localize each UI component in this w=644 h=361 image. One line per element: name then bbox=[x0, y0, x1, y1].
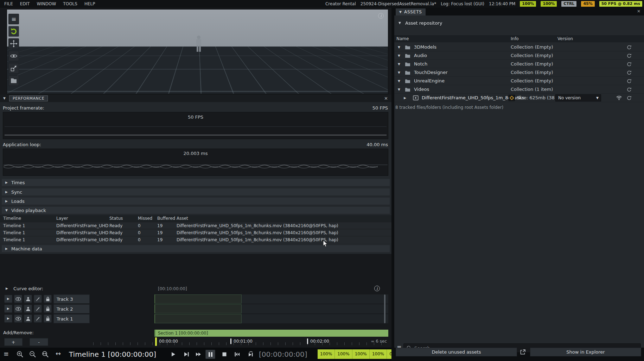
track-expand-button[interactable]: ▶ bbox=[4, 295, 12, 303]
play-section-button[interactable] bbox=[184, 351, 189, 357]
track-edit-button[interactable] bbox=[34, 295, 42, 303]
curve-scrollbar[interactable] bbox=[384, 294, 385, 323]
track-visibility-button[interactable] bbox=[14, 315, 22, 323]
menu-file[interactable]: FILE bbox=[4, 1, 13, 6]
zoom-out-icon[interactable] bbox=[29, 350, 37, 358]
axis-gizmo[interactable]: Y X Z X Y bbox=[349, 61, 381, 89]
close-icon[interactable]: ✕ bbox=[637, 9, 640, 14]
add-track-button[interactable]: + bbox=[4, 338, 23, 346]
load-badge[interactable]: 45% bbox=[581, 1, 594, 7]
move-tool-button[interactable] bbox=[8, 38, 19, 49]
menu-window[interactable]: WINDOW bbox=[37, 1, 56, 6]
refresh-icon[interactable] bbox=[627, 87, 632, 92]
track-edit-button[interactable] bbox=[34, 315, 42, 323]
play-button[interactable] bbox=[171, 351, 176, 357]
show-in-explorer-button[interactable]: Show in Explorer bbox=[530, 348, 641, 356]
rotate-tool-button[interactable] bbox=[8, 26, 19, 37]
track-solo-button[interactable] bbox=[24, 305, 32, 313]
refresh-icon[interactable] bbox=[627, 45, 632, 50]
track-solo-button[interactable] bbox=[24, 315, 32, 323]
asset-row[interactable]: ▼ 3DModels Collection (Empty) bbox=[394, 43, 644, 51]
assets-tab[interactable]: ▼ ASSETS bbox=[396, 8, 426, 15]
viewport-info-button[interactable]: i bbox=[378, 13, 384, 19]
track-lock-button[interactable] bbox=[44, 315, 52, 323]
stop-button[interactable] bbox=[222, 351, 227, 357]
refresh-icon[interactable] bbox=[627, 79, 632, 83]
chevron-down-icon[interactable]: ▼ bbox=[398, 88, 400, 91]
track-lane[interactable] bbox=[154, 314, 388, 323]
chevron-down-icon[interactable]: ▼ bbox=[398, 80, 400, 83]
track-expand-button[interactable]: ▶ bbox=[4, 315, 12, 323]
transport-menu-button[interactable]: ≡ bbox=[4, 351, 9, 357]
refresh-icon[interactable] bbox=[627, 70, 632, 75]
chevron-down-icon[interactable]: ▼ bbox=[398, 21, 401, 25]
health-badge-2[interactable]: 100% bbox=[541, 1, 557, 7]
asset-row[interactable]: ▼ Videos Collection (1 item) bbox=[394, 85, 644, 94]
return-to-start-button[interactable] bbox=[234, 351, 240, 357]
zoom-fit-icon[interactable] bbox=[42, 350, 49, 358]
chevron-down-icon[interactable]: ▼ bbox=[398, 63, 400, 66]
timeline-section-bar[interactable]: Section 1 [00:00:00:00] bbox=[154, 330, 388, 337]
playhead[interactable] bbox=[155, 337, 157, 346]
menu-tools[interactable]: TOOLS bbox=[63, 1, 77, 6]
remove-track-button[interactable]: - bbox=[30, 338, 48, 346]
menu-edit[interactable]: EDIT bbox=[20, 1, 30, 6]
folder-tool-button[interactable] bbox=[8, 75, 19, 86]
track-lane[interactable] bbox=[154, 294, 388, 304]
track-visibility-button[interactable] bbox=[14, 305, 22, 313]
pan-horizontal-icon[interactable]: ↔ bbox=[56, 350, 61, 357]
track-lock-button[interactable] bbox=[44, 305, 52, 313]
close-icon[interactable]: ✕ bbox=[384, 96, 388, 101]
section-sync[interactable]: ▶ Sync bbox=[2, 188, 390, 195]
fast-forward-button[interactable] bbox=[196, 351, 201, 357]
health-percent[interactable]: 100% bbox=[318, 349, 334, 359]
col-version[interactable]: Version bbox=[557, 36, 573, 41]
ruler-marker[interactable] bbox=[230, 338, 231, 344]
go-to-end-button[interactable] bbox=[248, 351, 254, 357]
project-name[interactable]: 250924-DispersedAssetRemoval.la* bbox=[361, 1, 436, 6]
section-video-playback[interactable]: ▼ Video playback bbox=[2, 207, 390, 214]
track-expand-button[interactable]: ▶ bbox=[4, 305, 12, 313]
collapse-icon[interactable]: ▼ bbox=[3, 97, 6, 100]
asset-row[interactable]: ▼ TouchDesigner Collection (Empty) bbox=[394, 68, 644, 77]
track-edit-button[interactable] bbox=[34, 305, 42, 313]
chevron-right-icon[interactable]: ▶ bbox=[6, 287, 8, 290]
track-solo-button[interactable] bbox=[24, 295, 32, 303]
track-label[interactable]: Track 3 bbox=[53, 294, 90, 304]
track-label[interactable]: Track 1 bbox=[53, 314, 90, 323]
col-info[interactable]: Info bbox=[511, 36, 519, 41]
health-percent[interactable]: 100% bbox=[369, 349, 387, 359]
panel-divider[interactable] bbox=[391, 8, 394, 361]
asset-row[interactable]: ▼ Audio Collection (Empty) bbox=[394, 51, 644, 60]
active-timeline-title[interactable]: Timeline 1 [00:00:00:00] bbox=[69, 350, 156, 359]
health-percent[interactable]: 100% bbox=[334, 349, 352, 359]
track-label[interactable]: Track 2 bbox=[53, 304, 90, 313]
section-loads[interactable]: ▶ Loads bbox=[2, 198, 390, 205]
scale-tool-button[interactable] bbox=[8, 63, 19, 74]
version-dropdown[interactable]: No version ▼ bbox=[555, 94, 601, 101]
video-table-row[interactable]: Timeline 1 DifferentFirstFrame_UHD_50 Re… bbox=[0, 222, 391, 229]
asset-status-button[interactable] bbox=[509, 95, 515, 101]
video-table-row[interactable]: Timeline 1 DifferentFirstFrame_UHD_50 Re… bbox=[0, 236, 391, 243]
refresh-icon[interactable] bbox=[627, 53, 632, 58]
refresh-icon[interactable] bbox=[627, 95, 632, 100]
zoom-in-icon[interactable] bbox=[16, 350, 24, 358]
health-percent[interactable]: 100% bbox=[352, 349, 369, 359]
ruler-marker[interactable] bbox=[307, 338, 308, 344]
fps-badge[interactable]: 50 FPS @ 0.82 ms bbox=[599, 1, 642, 7]
asset-item-row[interactable]: ▶ DifferentFirstFrame_UHD_50fps_1m_8chun… bbox=[394, 94, 644, 102]
delete-unused-assets-button[interactable]: Delete unused assets bbox=[396, 348, 517, 356]
wifi-icon[interactable] bbox=[616, 95, 622, 100]
asset-row[interactable]: ▼ UnrealEngine Collection (Empty) bbox=[394, 77, 644, 85]
track-visibility-button[interactable] bbox=[14, 295, 22, 303]
curve-info-button[interactable]: i bbox=[374, 286, 380, 291]
video-table-row[interactable]: Timeline 1 DifferentFirstFrame_UHD_50 Re… bbox=[0, 229, 391, 236]
col-name[interactable]: Name bbox=[396, 36, 409, 41]
menu-help[interactable]: HELP bbox=[84, 1, 95, 6]
log-status[interactable]: Log: Focus lost (GUI) bbox=[441, 1, 484, 6]
refresh-icon[interactable] bbox=[627, 62, 632, 67]
chevron-down-icon[interactable]: ▼ bbox=[398, 46, 400, 49]
section-times[interactable]: ▶ Times bbox=[2, 179, 390, 186]
track-lock-button[interactable] bbox=[44, 295, 52, 303]
chevron-down-icon[interactable]: ▼ bbox=[398, 71, 400, 74]
